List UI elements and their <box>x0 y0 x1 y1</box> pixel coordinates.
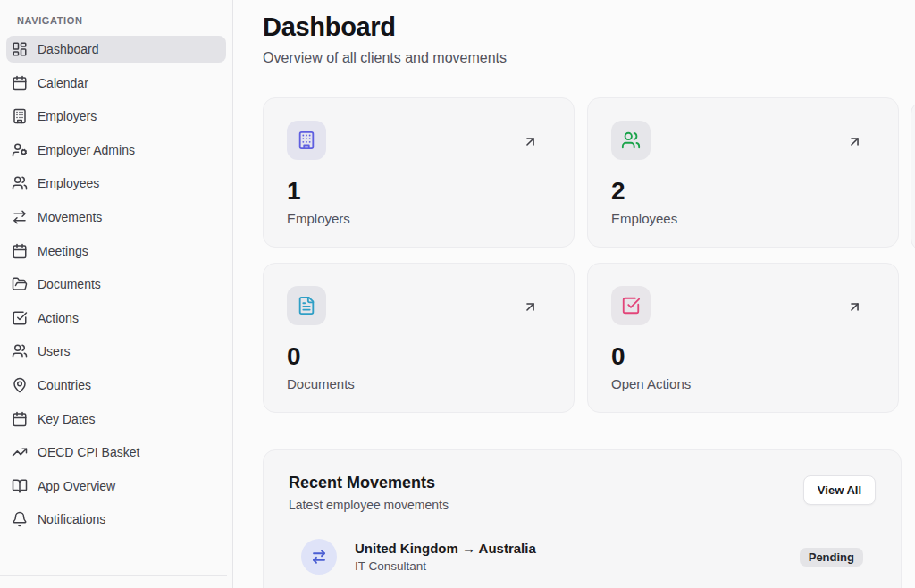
recent-movements-header: Recent Movements Latest employee movemen… <box>289 474 876 512</box>
sidebar-item-calendar[interactable]: Calendar <box>6 70 226 97</box>
building-icon <box>12 108 28 124</box>
folder-open-icon <box>12 276 28 292</box>
bell-icon <box>12 511 28 527</box>
arrow-up-right-icon <box>523 299 538 315</box>
page-title: Dashboard <box>263 13 915 42</box>
stat-label: Employees <box>611 211 875 226</box>
map-pin-icon <box>12 377 28 393</box>
sidebar-item-meetings[interactable]: Meetings <box>6 238 226 265</box>
users-icon <box>12 343 28 359</box>
stat-value: 2 <box>611 179 875 204</box>
sidebar-item-app-overview[interactable]: App Overview <box>6 473 226 500</box>
users-icon <box>621 130 641 150</box>
recent-movements-card: Recent Movements Latest employee movemen… <box>263 449 902 588</box>
stat-card-open-actions[interactable]: 0 Open Actions <box>587 263 899 413</box>
sidebar-item-oecd-cpi-basket[interactable]: OECD CPI Basket <box>6 439 226 466</box>
arrow-up-right-icon <box>523 134 538 149</box>
stat-card-partial[interactable] <box>911 101 915 251</box>
status-badge: Pending <box>800 548 863 567</box>
sidebar-item-dashboard[interactable]: Dashboard <box>6 36 226 63</box>
sidebar-divider <box>0 575 227 576</box>
trending-up-icon <box>12 444 28 460</box>
view-all-button[interactable]: View All <box>803 475 876 505</box>
calendar-icon <box>12 243 28 259</box>
movement-list: United Kingdom → Australia IT Consultant… <box>289 539 876 575</box>
arrow-right-left-icon <box>12 209 28 225</box>
stat-value: 1 <box>287 179 550 204</box>
sidebar-nav: Dashboard Calendar Employers Employer Ad… <box>6 36 226 533</box>
movement-role: IT Consultant <box>355 559 536 573</box>
arrow-right-left-icon <box>311 549 327 565</box>
layout-dashboard-icon <box>12 41 28 57</box>
sidebar-item-users[interactable]: Users <box>6 338 226 365</box>
sidebar-item-notifications[interactable]: Notifications <box>6 506 226 533</box>
file-text-icon <box>297 296 316 315</box>
stat-label: Open Actions <box>611 376 875 391</box>
page-subtitle: Overview of all clients and movements <box>263 50 915 66</box>
stat-label: Employers <box>287 211 550 226</box>
stat-card-documents[interactable]: 0 Documents <box>263 263 575 413</box>
arrow-up-right-icon <box>847 299 862 315</box>
building-icon <box>297 130 316 150</box>
movement-row[interactable]: United Kingdom → Australia IT Consultant… <box>289 539 876 575</box>
stats-grid: 1 Employers 2 Employees 0 Documents 0 Op… <box>263 97 899 413</box>
stat-label: Documents <box>287 376 550 391</box>
sidebar-item-documents[interactable]: Documents <box>6 271 226 298</box>
sidebar-item-actions[interactable]: Actions <box>6 305 226 332</box>
sidebar-item-employees[interactable]: Employees <box>6 170 226 197</box>
square-check-icon <box>12 310 28 326</box>
user-cog-icon <box>12 142 28 158</box>
calendar-icon <box>12 75 28 91</box>
sidebar-item-employers[interactable]: Employers <box>6 103 226 130</box>
calendar-icon <box>12 411 28 427</box>
stat-value: 0 <box>287 344 550 369</box>
stat-value: 0 <box>611 344 875 369</box>
users-icon <box>12 175 28 191</box>
nav-section-label: NAVIGATION <box>17 15 226 26</box>
sidebar-item-movements[interactable]: Movements <box>6 204 226 231</box>
main-content: Dashboard Overview of all clients and mo… <box>234 0 915 588</box>
stat-card-employers[interactable]: 1 Employers <box>263 97 575 248</box>
arrow-up-right-icon <box>847 134 862 149</box>
book-open-icon <box>12 478 28 494</box>
sidebar: NAVIGATION Dashboard Calendar Employers … <box>0 0 233 588</box>
sidebar-item-countries[interactable]: Countries <box>6 372 226 399</box>
recent-movements-title: Recent Movements <box>289 474 803 492</box>
movement-route: United Kingdom → Australia <box>355 541 536 556</box>
stat-card-employees[interactable]: 2 Employees <box>587 97 899 248</box>
sidebar-item-employer-admins[interactable]: Employer Admins <box>6 137 226 164</box>
square-check-icon <box>621 296 641 315</box>
sidebar-item-key-dates[interactable]: Key Dates <box>6 406 226 433</box>
recent-movements-subtitle: Latest employee movements <box>289 498 803 512</box>
